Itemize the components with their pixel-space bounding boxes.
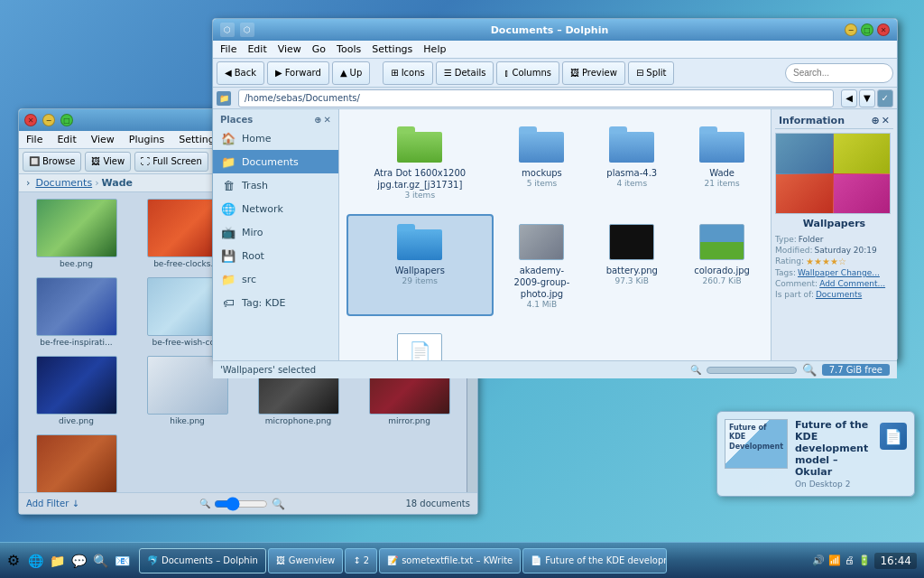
- gwenview-close-button[interactable]: ✕: [24, 114, 37, 126]
- dolphin-titlebar-icon1[interactable]: ⬡: [220, 23, 235, 37]
- taskbar-app-dolphin[interactable]: 🐬 Documents – Dolphin: [139, 548, 266, 573]
- gwenview-add-filter-button[interactable]: Add Filter ↓: [26, 499, 79, 508]
- dolphin-split-button[interactable]: ⊟ Split: [628, 61, 675, 85]
- info-comment-row: Comment: Add Comment...: [775, 279, 893, 288]
- info-pin-icon[interactable]: ⊕: [872, 115, 880, 126]
- list-item[interactable]: dive.png: [23, 353, 130, 428]
- taskbar-printer-icon[interactable]: 🖨: [845, 555, 855, 566]
- dolphin-menu-view[interactable]: View: [274, 42, 305, 56]
- taskbar-kde-button[interactable]: ⚙: [4, 551, 23, 571]
- dolphin-menu-edit[interactable]: Edit: [244, 42, 270, 56]
- dolphin-files-area[interactable]: Atra Dot 1600x1200 jpg.tar.gz_[j31731] 3…: [339, 109, 771, 360]
- dolphin-preview-button[interactable]: 🖼 Preview: [562, 61, 625, 85]
- sidebar-item-tag-kde[interactable]: 🏷 Tag: KDE: [213, 291, 338, 314]
- table-row[interactable]: akademy-2009-group-photo.jpg 4.1 MiB: [501, 214, 584, 316]
- taskbar-icon-3[interactable]: 💬: [69, 551, 88, 571]
- dolphin-menu-tools[interactable]: Tools: [333, 42, 365, 56]
- dolphin-back-button[interactable]: ◀ Back: [217, 61, 264, 85]
- table-row[interactable]: Wade 21 items: [680, 117, 763, 207]
- dolphin-menu-go[interactable]: Go: [309, 42, 329, 56]
- places-close-icon[interactable]: ✕: [324, 115, 331, 125]
- gwenview-fullscreen-button[interactable]: ⛶ Full Screen: [134, 152, 208, 172]
- taskbar-app-gwenview[interactable]: 🖼 Gwenview: [268, 548, 343, 573]
- dolphin-titlebar-icon2[interactable]: ⬡: [240, 23, 254, 37]
- taskbar-app-okular[interactable]: 📄 Future of the KDE developm...: [522, 548, 667, 573]
- dolphin-menu-file[interactable]: File: [217, 42, 240, 56]
- path-text: /home/sebas/Documents/: [245, 93, 360, 103]
- gwenview-menu-plugins[interactable]: Plugins: [125, 133, 168, 146]
- info-modified-row: Modified: Saturday 20:19: [775, 246, 893, 255]
- taskbar-icon-4[interactable]: 🔍: [90, 551, 110, 571]
- list-item[interactable]: pencils.png: [23, 432, 130, 492]
- dolphin-min-button[interactable]: −: [845, 23, 857, 36]
- root-icon: 💾: [220, 247, 236, 264]
- file-image-icon: [608, 221, 655, 263]
- sidebar-item-home[interactable]: 🏠 Home: [213, 126, 338, 150]
- thumbnail-label: hike.png: [170, 416, 205, 425]
- gwenview-menu-file[interactable]: File: [23, 133, 46, 146]
- list-item[interactable]: bee.png: [23, 196, 130, 271]
- breadcrumb-documents[interactable]: Documents: [35, 177, 92, 189]
- sidebar-item-network[interactable]: 🌐 Network: [213, 197, 338, 220]
- location-dropdown-button[interactable]: ▼: [859, 89, 875, 107]
- table-row[interactable]: mockups 5 items: [501, 117, 584, 207]
- info-close-icon[interactable]: ✕: [882, 115, 890, 126]
- dolphin-menu-settings[interactable]: Settings: [368, 42, 416, 56]
- sidebar-item-src[interactable]: 📁 src: [213, 267, 338, 291]
- taskbar-icon-1[interactable]: 🌐: [25, 551, 45, 571]
- okular-taskbar-icon: 📄: [531, 555, 541, 565]
- location-nav-button[interactable]: ◀: [841, 89, 857, 107]
- notification-popup[interactable]: Future of KDEDevelopment Future of the K…: [716, 411, 915, 497]
- taskbar-icon-5[interactable]: 📧: [112, 551, 132, 571]
- fullscreen-icon: ⛶: [141, 156, 150, 166]
- taskbar-battery-icon[interactable]: 🔋: [858, 555, 871, 566]
- breadcrumb-wade[interactable]: Wade: [102, 177, 134, 189]
- zoom-in-icon[interactable]: 🔍: [272, 498, 285, 510]
- list-item[interactable]: be-free-inspirati...: [23, 275, 130, 350]
- sidebar-item-root[interactable]: 💾 Root: [213, 244, 338, 267]
- dolphin-location-bar: 📁 /home/sebas/Documents/ ◀ ▼ ✓: [213, 88, 897, 109]
- zoom-in-icon[interactable]: 🔍: [802, 363, 817, 377]
- gwenview-menu-view[interactable]: View: [88, 133, 118, 146]
- zoom-slider[interactable]: [214, 497, 268, 511]
- gwenview-browse-button[interactable]: 🔲 Browse: [23, 152, 81, 172]
- gwenview-menu-edit[interactable]: Edit: [53, 133, 79, 146]
- location-confirm-button[interactable]: ✓: [877, 89, 893, 107]
- dolphin-search-input[interactable]: [785, 63, 893, 83]
- taskbar-app-kwrite[interactable]: 📝 sometextfile.txt – KWrite: [379, 548, 521, 573]
- sidebar-item-miro[interactable]: 📺 Miro: [213, 220, 338, 244]
- dolphin-menu-help[interactable]: Help: [420, 42, 449, 56]
- gwenview-min-button[interactable]: −: [42, 114, 55, 126]
- dolphin-close-button[interactable]: ✕: [877, 23, 890, 36]
- dolphin-forward-button[interactable]: ▶ Forward: [267, 61, 329, 85]
- info-rating-row: Rating: ★★★★☆: [775, 256, 893, 266]
- gwenview-view-button[interactable]: 🖼 View: [85, 152, 131, 172]
- gwenview-max-button[interactable]: □: [60, 114, 73, 126]
- dolphin-columns-button[interactable]: ⫿ Columns: [496, 61, 559, 85]
- dolphin-max-button[interactable]: □: [861, 23, 873, 36]
- table-row[interactable]: colorado.jpg 260.7 KiB: [680, 214, 763, 316]
- taskbar-volume-icon[interactable]: 🔊: [812, 555, 825, 566]
- dolphin-icons-button[interactable]: ⊞ Icons: [383, 61, 433, 85]
- sidebar-item-documents[interactable]: 📁 Documents: [213, 150, 338, 173]
- file-meta: 97.3 KiB: [615, 276, 649, 285]
- table-row[interactable]: plasma-4.3 4 items: [590, 117, 673, 207]
- table-row[interactable]: Wallpapers 29 items: [346, 214, 494, 316]
- taskbar-icon-2[interactable]: 📁: [47, 551, 67, 571]
- table-row[interactable]: battery.png 97.3 KiB: [590, 214, 673, 316]
- zoom-progress[interactable]: [707, 367, 797, 374]
- src-icon: 📁: [220, 271, 236, 287]
- zoom-out-icon[interactable]: 🔍: [690, 365, 701, 375]
- dolphin-path-input[interactable]: /home/sebas/Documents/: [238, 89, 834, 107]
- dolphin-up-button[interactable]: ▲ Up: [332, 61, 370, 85]
- table-row[interactable]: 📄 Dawn_of_a_New_Desktop.pdf 2.1 MiB: [346, 323, 494, 360]
- taskbar-app-num[interactable]: ↕ 2: [345, 548, 377, 573]
- zoom-out-icon[interactable]: 🔍: [199, 499, 210, 508]
- file-name: plasma-4.3: [606, 167, 657, 179]
- dolphin-statusbar: 'Wallpapers' selected 🔍 🔍 7.7 GiB free: [213, 360, 897, 378]
- places-pin-icon[interactable]: ⊕: [314, 115, 321, 125]
- sidebar-item-trash[interactable]: 🗑 Trash: [213, 173, 338, 197]
- dolphin-details-button[interactable]: ☰ Details: [436, 61, 494, 85]
- table-row[interactable]: Atra Dot 1600x1200 jpg.tar.gz_[j31731] 3…: [346, 117, 494, 207]
- taskbar-network-icon[interactable]: 📶: [828, 555, 841, 566]
